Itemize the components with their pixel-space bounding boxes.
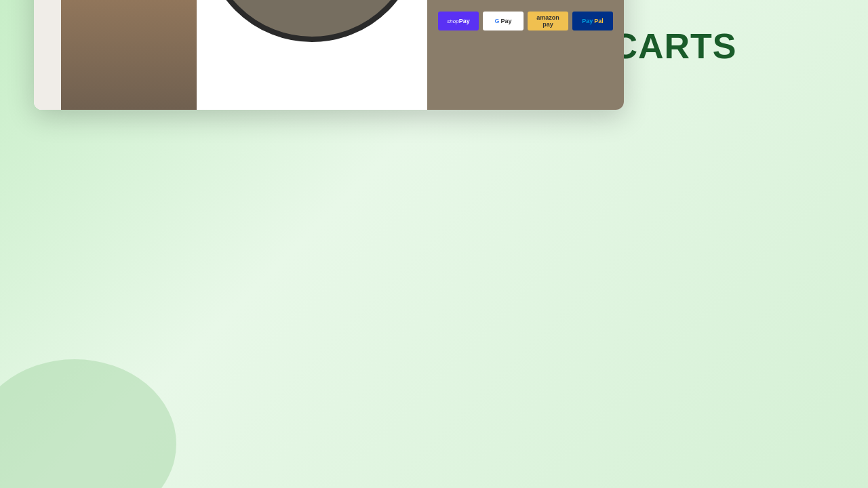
content-wrapper: SUPPORTS ALL AJAX & POP UP CARTS DISABLE… xyxy=(0,0,868,123)
cart-pay-text: Pay xyxy=(459,18,470,24)
product-main-image xyxy=(61,0,197,110)
cart-paypal-p1: Pay xyxy=(582,18,593,24)
cart-paypal-p2: Pal xyxy=(594,18,604,24)
browser-window: PRESETS SHOP COLLECTIONS THEME FEATURES … xyxy=(34,0,624,110)
cart-panel: Cart (1) xyxy=(427,0,624,110)
cart-shop-text: shop xyxy=(447,18,458,24)
cart-amazon-pay-button[interactable]: amazon pay xyxy=(528,12,568,30)
magnify-content: shop Pay G Pay amazon pay xyxy=(209,0,415,37)
browser-wrapper: PRESETS SHOP COLLECTIONS THEME FEATURES … xyxy=(34,0,624,110)
magnify-glass: shop Pay G Pay amazon pay xyxy=(203,0,420,42)
cart-g-letter: G xyxy=(494,18,499,24)
cart-paypal-button[interactable]: Pay Pal xyxy=(572,12,613,30)
view-cart-button[interactable]: VIEW CART xyxy=(438,0,613,5)
product-images xyxy=(34,0,197,110)
cart-google-pay-button[interactable]: G Pay xyxy=(483,12,524,30)
background-blob xyxy=(0,359,176,488)
cart-shop-pay-button[interactable]: shop Pay xyxy=(438,12,479,30)
cart-amazon-text: amazon pay xyxy=(532,14,564,28)
cart-gpay-text: Pay xyxy=(501,18,512,24)
cart-payment-row: shop Pay G Pay amazon pay Pay Pal xyxy=(438,12,613,30)
product-photo xyxy=(61,0,197,110)
